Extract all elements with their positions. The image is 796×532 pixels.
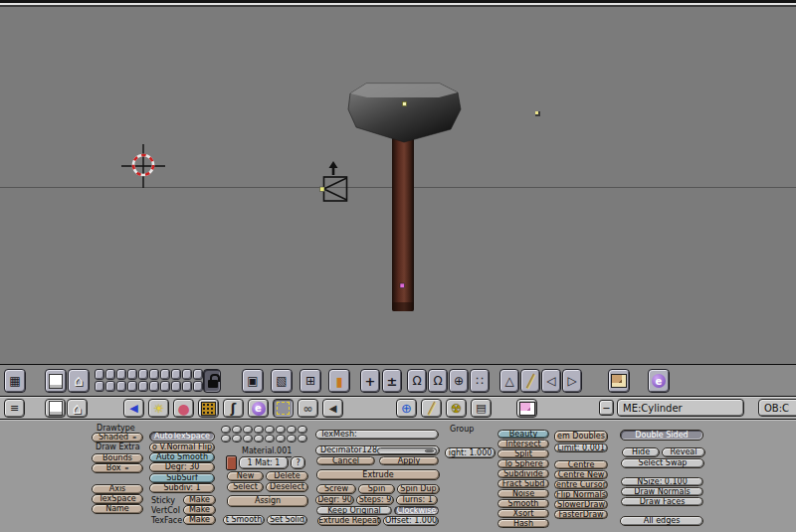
cancel-button[interactable]: Cancel bbox=[316, 456, 375, 465]
centre-button[interactable]: Centre bbox=[554, 460, 608, 469]
material-dot-toggle[interactable] bbox=[221, 435, 231, 443]
layer-toggle[interactable] bbox=[105, 369, 115, 380]
center-view-icon[interactable]: ⊕ bbox=[449, 369, 469, 393]
lamp-buttons-icon[interactable]: ☀ bbox=[148, 399, 169, 418]
nsize-field[interactable]: NSize: 0.100 bbox=[621, 477, 703, 486]
vnormal-flip-toggle[interactable]: o V.Normal Flip bbox=[149, 443, 215, 452]
keep-original-toggle[interactable]: Keep Original bbox=[316, 506, 392, 515]
paint-buttons-icon[interactable]: ╱ bbox=[421, 399, 442, 418]
double-sided-toggle[interactable]: Double Sided bbox=[620, 430, 703, 441]
spin-button[interactable]: Spin bbox=[358, 484, 395, 494]
anim-buttons-icon[interactable]: ʃ bbox=[223, 399, 244, 418]
object-name-field[interactable]: OB:C bbox=[758, 399, 796, 417]
plus-minus-icon[interactable]: ± bbox=[382, 369, 402, 393]
turns-field[interactable]: Turns: 1 bbox=[396, 495, 438, 505]
material-dot-toggle[interactable] bbox=[265, 426, 275, 434]
fullscreen-toggle-icon[interactable] bbox=[45, 399, 66, 418]
localview-icon[interactable]: ▣ bbox=[242, 369, 264, 393]
decimator-slider[interactable]: Decimator128 bbox=[315, 445, 440, 455]
script-buttons-icon[interactable]: ▤ bbox=[471, 399, 492, 418]
limit-field[interactable]: Limit: 0.001 bbox=[554, 443, 608, 452]
particle-dots-icon[interactable]: ∷ bbox=[470, 369, 490, 393]
material-help-button[interactable]: ? bbox=[291, 456, 305, 469]
material-dot-toggle[interactable] bbox=[265, 435, 275, 443]
decimator-slider-knob[interactable] bbox=[425, 449, 434, 452]
faster-draw-button[interactable]: FasterDraw bbox=[554, 510, 608, 519]
all-edges-toggle[interactable]: All edges bbox=[620, 516, 703, 526]
layer-toggle[interactable] bbox=[95, 381, 104, 392]
layer-toggle[interactable] bbox=[138, 381, 148, 392]
to-sphere-button[interactable]: To Sphere bbox=[498, 459, 549, 468]
weight-field[interactable]: ight: 1.000 bbox=[445, 447, 496, 458]
layer-toggle[interactable] bbox=[138, 369, 148, 380]
sound-buttons-icon[interactable]: ◀ bbox=[322, 399, 343, 418]
material-dot-toggle[interactable] bbox=[254, 435, 264, 443]
centre-new-button[interactable]: Centre New bbox=[554, 470, 608, 479]
centre-cursor-button[interactable]: entre Cursor bbox=[554, 480, 608, 489]
realtime-buttons-icon[interactable] bbox=[248, 399, 269, 418]
lamp-object-dot[interactable] bbox=[535, 111, 540, 116]
lock-icon[interactable] bbox=[203, 369, 221, 393]
layer-toggle[interactable] bbox=[193, 381, 203, 392]
radiosity-buttons-icon[interactable]: ☢ bbox=[446, 399, 467, 418]
extrude-repeat-button[interactable]: Extrude Repeat bbox=[317, 516, 381, 526]
object-mode-icon[interactable]: ▮ bbox=[328, 369, 350, 393]
assign-button[interactable]: Assign bbox=[227, 495, 308, 507]
fullscreen-toggle-icon[interactable] bbox=[45, 369, 67, 393]
flip-normals-button[interactable]: Flip Normals bbox=[554, 490, 608, 499]
hash-button[interactable]: Hash bbox=[498, 519, 549, 528]
paintbrush-icon[interactable]: ╱ bbox=[520, 369, 540, 393]
layer-toggle[interactable] bbox=[149, 369, 159, 380]
layer-toggle[interactable] bbox=[116, 381, 126, 392]
layer-toggle[interactable] bbox=[171, 381, 181, 392]
screw-button[interactable]: Screw bbox=[316, 484, 356, 494]
world-buttons-icon[interactable]: ⊕ bbox=[396, 399, 417, 418]
bounds-button[interactable]: Bounds bbox=[92, 453, 143, 463]
axis-toggle[interactable]: Axis bbox=[92, 484, 143, 494]
material-dot-toggle[interactable] bbox=[287, 426, 297, 434]
autotexspace-toggle[interactable]: AutoTexSpace bbox=[149, 432, 215, 442]
set-solid-button[interactable]: Set Solid bbox=[267, 515, 307, 525]
material-dot-toggle[interactable] bbox=[221, 426, 231, 434]
select-button[interactable]: Select bbox=[227, 482, 264, 492]
material-dot-toggle[interactable] bbox=[243, 426, 253, 434]
material-dot-toggle[interactable] bbox=[232, 426, 242, 434]
material-buttons-icon[interactable]: ● bbox=[173, 399, 194, 418]
degr90-field[interactable]: Degr: 90 bbox=[315, 495, 354, 505]
deselect-button[interactable]: Deselect bbox=[266, 482, 308, 492]
texspace-toggle[interactable]: TexSpace bbox=[92, 494, 143, 504]
draw-cube-icon[interactable]: ▧ bbox=[271, 369, 293, 393]
translate-icon[interactable]: + bbox=[360, 369, 380, 393]
offset-field[interactable]: Offset: 1.000 bbox=[383, 516, 439, 526]
material-dot-toggle[interactable] bbox=[287, 435, 297, 443]
rem-doubles-button[interactable]: em Doubles bbox=[554, 431, 608, 443]
new-material-button[interactable]: New bbox=[227, 471, 264, 481]
smooth-button[interactable]: Smooth bbox=[498, 499, 549, 508]
beauty-button[interactable]: Beauty bbox=[498, 430, 549, 439]
intersect-button[interactable]: Intersect bbox=[498, 440, 549, 448]
hammer-object[interactable] bbox=[343, 78, 468, 321]
noise-button[interactable]: Noise bbox=[498, 489, 549, 498]
layer-toggle[interactable] bbox=[193, 369, 203, 380]
layer-toggle[interactable] bbox=[182, 369, 192, 380]
draw-faces-toggle[interactable]: Draw Faces bbox=[621, 497, 703, 506]
split-button[interactable]: Split bbox=[498, 449, 549, 458]
decimator-slider-track[interactable] bbox=[377, 447, 437, 454]
auto-smooth-toggle[interactable]: Auto Smooth bbox=[149, 452, 215, 462]
layer-toggle[interactable] bbox=[127, 381, 137, 392]
layer-toggle[interactable] bbox=[160, 369, 170, 380]
layer-toggle[interactable] bbox=[105, 381, 115, 392]
material-dot-toggle[interactable] bbox=[298, 435, 307, 443]
constraint-chain-icon[interactable]: ∞ bbox=[298, 399, 318, 418]
make-sticky-button[interactable]: Make bbox=[183, 495, 216, 505]
view-buttons-icon[interactable]: ◀ bbox=[123, 399, 144, 418]
spin-dup-button[interactable]: Spin Dup bbox=[397, 484, 440, 494]
render-preview-icon[interactable] bbox=[608, 369, 630, 393]
set-smooth-button[interactable]: t Smooth bbox=[223, 515, 265, 525]
layer-toggle[interactable] bbox=[182, 381, 192, 392]
mesh-name-field[interactable]: ME:Cylinder bbox=[617, 399, 744, 417]
viewport-type-icon[interactable]: ▦ bbox=[4, 369, 26, 393]
layer-toggle[interactable] bbox=[171, 369, 181, 380]
draw-normals-toggle[interactable]: Draw Normals bbox=[621, 487, 703, 496]
drawtype-menu[interactable]: Shaded bbox=[92, 433, 143, 443]
